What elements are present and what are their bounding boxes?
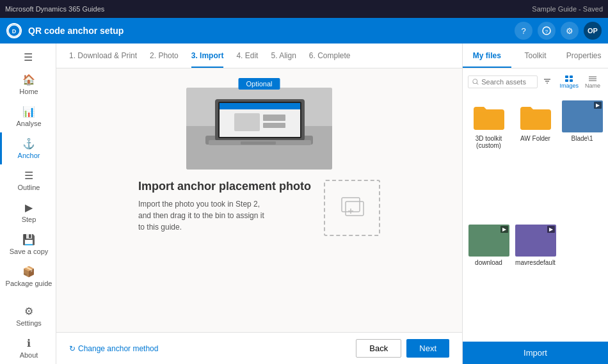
svg-rect-11: [234, 113, 260, 131]
sidebar-item-anchor[interactable]: ⚓ Anchor: [0, 132, 56, 164]
svg-rect-29: [570, 79, 573, 82]
sidebar-bottom: ⚙ Settingsℹ About: [0, 300, 56, 364]
svg-rect-12: [263, 115, 285, 121]
sidebar-label: Outline: [18, 184, 40, 191]
import-text-block: Import anchor placement photo Import the…: [138, 180, 380, 236]
name-view-option[interactable]: Name: [582, 74, 603, 90]
asset-item[interactable]: ▶ download: [468, 225, 509, 336]
asset-item[interactable]: AW Folder: [515, 100, 556, 219]
tab-properties[interactable]: Properties: [559, 44, 608, 68]
main-layout: ☰ 🏠 Home📊 Analyse⚓ Anchor☰ Outline▶ Step…: [0, 44, 608, 364]
sidebar-bottom-icon: ℹ: [27, 337, 31, 349]
svg-rect-9: [220, 103, 300, 109]
step-item-5--align[interactable]: 5. Align: [271, 51, 296, 68]
asset-badge: ▶: [594, 102, 602, 109]
app-logo: D: [6, 23, 22, 38]
svg-rect-18: [346, 202, 364, 216]
step-item-3--import[interactable]: 3. Import: [191, 51, 224, 68]
search-icon: [472, 78, 479, 86]
help-icon-2[interactable]: ?: [538, 22, 556, 40]
asset-thumb: ▶: [468, 225, 509, 257]
sidebar-bottom-item-settings[interactable]: ⚙ Settings: [0, 300, 56, 332]
step-item-4--edit[interactable]: 4. Edit: [236, 51, 258, 68]
header-bar: D QR code anchor setup ? ? ⚙ OP: [0, 18, 608, 44]
folder-thumb: [515, 100, 556, 132]
search-input[interactable]: [481, 78, 533, 86]
asset-item[interactable]: ▶ Blade\1: [561, 100, 603, 219]
images-view-option[interactable]: Images: [557, 74, 581, 90]
title-bar-left: Microsoft Dynamics 365 Guides: [5, 5, 104, 13]
laptop-image: [186, 88, 332, 170]
asset-thumb: ▶: [562, 100, 603, 132]
sidebar-bottom-label: Settings: [16, 319, 42, 327]
change-anchor-icon: ↻: [69, 344, 76, 353]
step-item-6--complete[interactable]: 6. Complete: [309, 51, 351, 68]
asset-item[interactable]: 3D toolkit (custom): [468, 100, 509, 219]
sidebar-item-outline[interactable]: ☰ Outline: [0, 164, 56, 196]
svg-rect-13: [263, 123, 285, 128]
import-drop-zone[interactable]: [324, 180, 380, 236]
change-anchor-link[interactable]: ↻ Change anchor method: [69, 344, 158, 353]
sidebar-icon: 🏠: [22, 74, 35, 86]
sidebar-label: Save a copy: [10, 248, 49, 255]
asset-thumb: ▶: [515, 225, 556, 257]
sidebar-bottom-icon: ⚙: [24, 305, 33, 317]
import-visual: Optional: [186, 88, 332, 170]
step-item-1--download---print[interactable]: 1. Download & Print: [69, 51, 137, 68]
sidebar-menu-toggle[interactable]: ☰: [0, 46, 56, 68]
doc-title: Sample Guide - Saved: [532, 5, 603, 13]
sidebar-item-step[interactable]: ▶ Step: [0, 196, 56, 228]
search-box[interactable]: [468, 75, 538, 88]
content-area: 1. Download & Print2. Photo3. Import4. E…: [56, 44, 462, 364]
import-text: Import anchor placement photo Import the…: [138, 180, 311, 233]
sidebar-label: Analyse: [16, 120, 41, 127]
settings-icon[interactable]: ⚙: [561, 22, 579, 40]
main-content: Optional: [56, 68, 462, 332]
user-avatar[interactable]: OP: [584, 22, 602, 40]
tab-my-files[interactable]: My files: [463, 44, 511, 68]
folder-thumb: [468, 100, 509, 132]
change-anchor-label: Change anchor method: [78, 344, 158, 353]
sidebar-nav: 🏠 Home📊 Analyse⚓ Anchor☰ Outline▶ Step💾 …: [0, 68, 56, 292]
next-button[interactable]: Next: [406, 339, 449, 358]
sidebar-label: Home: [19, 88, 38, 95]
optional-badge: Optional: [239, 78, 280, 90]
sidebar-label: Package guide: [6, 280, 52, 287]
svg-text:?: ?: [545, 29, 548, 35]
step-item-2--photo[interactable]: 2. Photo: [150, 51, 179, 68]
grid-icon: [564, 75, 573, 83]
svg-rect-16: [241, 141, 276, 145]
import-desc: Import the photo you took in Step 2, and…: [138, 198, 266, 233]
svg-line-22: [477, 83, 479, 85]
sidebar-item-save-a-copy[interactable]: 💾 Save a copy: [0, 228, 56, 260]
import-button[interactable]: Import: [463, 342, 608, 364]
sidebar-item-analyse[interactable]: 📊 Analyse: [0, 100, 56, 132]
name-label: Name: [585, 83, 600, 89]
tab-toolkit[interactable]: Toolkit: [511, 44, 560, 68]
sidebar: ☰ 🏠 Home📊 Analyse⚓ Anchor☰ Outline▶ Step…: [0, 44, 56, 364]
filter-icon: [543, 77, 552, 86]
header-title: QR code anchor setup: [28, 26, 508, 36]
asset-item[interactable]: ▶ mavresdefault: [515, 225, 556, 336]
nav-buttons: Back Next: [356, 339, 449, 358]
sidebar-icon: ▶: [25, 202, 33, 214]
right-panel: My filesToolkitProperties: [462, 44, 608, 364]
header-icons: ? ? ⚙ OP: [515, 22, 602, 40]
sidebar-bottom-item-about[interactable]: ℹ About: [0, 332, 56, 364]
asset-label: 3D toolkit (custom): [468, 135, 509, 149]
app-name: Microsoft Dynamics 365 Guides: [5, 5, 104, 13]
asset-label: mavresdefault: [515, 259, 556, 266]
svg-point-21: [473, 79, 477, 84]
assets-grid: 3D toolkit (custom) AW Folder ▶ Blade\1 …: [463, 95, 608, 342]
sidebar-item-home[interactable]: 🏠 Home: [0, 68, 56, 100]
sidebar-icon: ⚓: [22, 138, 35, 150]
help-icon-1[interactable]: ?: [515, 22, 532, 40]
svg-text:D: D: [12, 28, 17, 35]
right-panel-toolbar: Images Name: [463, 68, 608, 95]
sidebar-item-package-guide[interactable]: 📦 Package guide: [0, 260, 56, 292]
back-button[interactable]: Back: [356, 339, 401, 358]
import-container: Optional: [80, 88, 438, 236]
sidebar-icon: 💾: [22, 233, 35, 246]
import-title: Import anchor placement photo: [138, 180, 311, 193]
filter-button[interactable]: [540, 75, 554, 89]
